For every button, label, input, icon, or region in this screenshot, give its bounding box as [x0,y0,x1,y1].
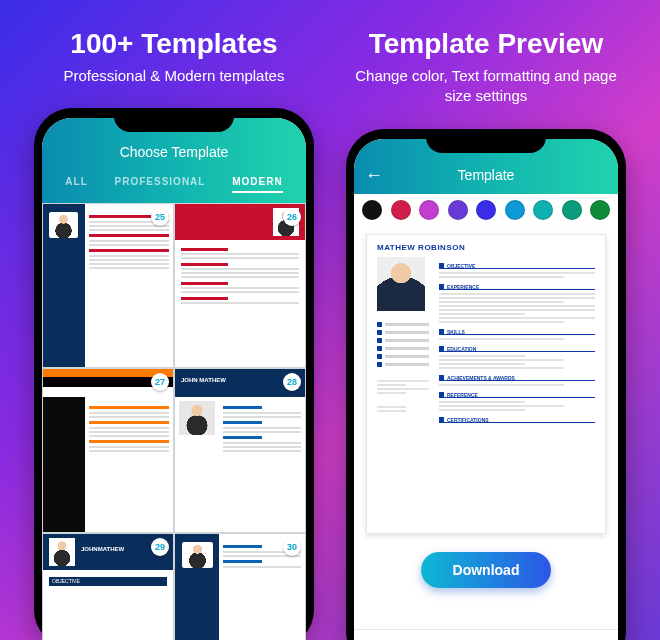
screen-choose-template: Choose Template ALL PROFESSIONAL MODERN … [42,118,306,640]
template-grid: 25 26 27 28 JOHN MATHEW [42,203,306,640]
template-card[interactable]: 26 [174,203,306,368]
text-format-button[interactable] [569,633,601,640]
resume-preview-wrap: MATHEW ROBINSON OBJECTIVE EXPERIENCE [354,226,618,588]
subhead: Professional & Modern templates [64,66,285,86]
panel-preview: Template Preview Change color, Text form… [330,0,660,640]
settings-button[interactable] [503,633,535,640]
resume-main-column: OBJECTIVE EXPERIENCE SKILLS EDUCATION AC… [439,257,595,426]
template-card[interactable]: 27 [42,368,174,533]
color-swatch[interactable] [362,200,382,220]
resume-contact-column [377,319,429,414]
color-swatch[interactable] [590,200,610,220]
color-swatch[interactable] [533,200,553,220]
template-card[interactable]: 28 JOHN MATHEW [174,368,306,533]
color-swatch[interactable] [505,200,525,220]
color-swatches [354,194,618,226]
resume-photo [377,257,425,311]
headline: 100+ Templates [70,28,277,60]
headline: Template Preview [369,28,603,60]
tab-modern[interactable]: MODERN [232,176,282,193]
phone-notch [114,108,234,132]
download-button[interactable]: Download [421,552,551,588]
panel-templates: 100+ Templates Professional & Modern tem… [0,0,330,640]
template-number-badge: 27 [151,373,169,391]
template-card[interactable]: 25 [42,203,174,368]
print-button[interactable] [371,633,403,640]
template-card[interactable]: 30 [174,533,306,640]
resume-preview[interactable]: MATHEW ROBINSON OBJECTIVE EXPERIENCE [366,234,606,534]
template-card[interactable]: 29 JOHNMATHEW OBJECTIVE [42,533,174,640]
color-swatch[interactable] [562,200,582,220]
color-swatch[interactable] [476,200,496,220]
color-swatch[interactable] [419,200,439,220]
phone-notch [426,129,546,153]
template-tabs: ALL PROFESSIONAL MODERN [42,172,306,203]
phone-frame: Choose Template ALL PROFESSIONAL MODERN … [34,108,314,640]
bottom-toolbar [354,629,618,641]
screen-title: Template [362,167,610,183]
tab-all[interactable]: ALL [65,176,87,193]
color-swatch[interactable] [448,200,468,220]
phone-frame: ← Template MATHEW ROBINSON [346,129,626,641]
tab-professional[interactable]: PROFESSIONAL [115,176,206,193]
screen-template-preview: ← Template MATHEW ROBINSON [354,139,618,641]
color-swatch[interactable] [391,200,411,220]
resume-name: MATHEW ROBINSON [377,243,465,252]
download-toolbar-button[interactable] [437,633,469,640]
subhead: Change color, Text formatting and page s… [346,66,626,107]
